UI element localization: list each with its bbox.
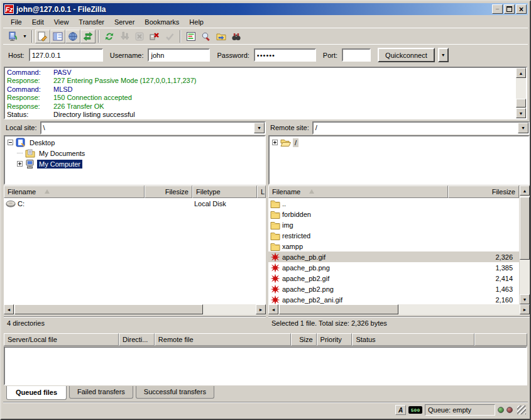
queue-column-status[interactable]: Status [352, 333, 474, 346]
maximize-button[interactable] [504, 4, 515, 14]
tab-failed-transfers[interactable]: Failed transfers [69, 386, 133, 399]
file-row[interactable]: apache_pb.png1,385 [268, 262, 519, 273]
menu-edit[interactable]: Edit [27, 17, 49, 27]
file-row[interactable]: apache_pb2.gif2,414 [268, 273, 519, 284]
queue-column-blank[interactable] [474, 333, 527, 346]
close-button[interactable] [516, 4, 527, 14]
queue-column-server-local-file[interactable]: Server/Local file [4, 333, 119, 346]
log-line-label: Response: [7, 77, 53, 85]
password-label: Password: [217, 52, 249, 59]
column-header-filesize[interactable]: Filesize [448, 185, 519, 198]
site-manager-dropdown-button[interactable] [21, 30, 29, 43]
cancel-button[interactable] [132, 30, 147, 43]
process-queue-button[interactable] [117, 30, 132, 43]
queue-column-size[interactable]: Size [291, 333, 317, 346]
file-row[interactable]: xampp [268, 241, 519, 251]
tree-item[interactable]: Desktop [5, 137, 265, 148]
ok-button[interactable] [162, 30, 177, 43]
local-site-dropdown-button[interactable] [254, 123, 265, 133]
expander-minus-icon[interactable] [8, 140, 13, 145]
toggle-message-log-button[interactable] [35, 30, 50, 43]
host-input[interactable] [29, 48, 103, 62]
column-header-filename[interactable]: Filename [268, 185, 448, 198]
remote-list-hscrollbar[interactable] [268, 304, 530, 315]
file-row[interactable]: apache_pb2.png1,463 [268, 284, 519, 294]
menu-bookmarks[interactable]: Bookmarks [140, 17, 184, 27]
titlebar[interactable]: Fz john@127.0.0.1 - FileZilla [3, 3, 528, 15]
scroll-right-icon[interactable] [256, 304, 266, 314]
port-input[interactable] [342, 48, 371, 62]
resize-grip[interactable] [517, 406, 526, 414]
scroll-thumb[interactable] [279, 304, 398, 314]
speed-limit-badge[interactable]: 500 [408, 406, 422, 414]
menu-view[interactable]: View [49, 17, 74, 27]
synchronized-browsing-button[interactable] [214, 30, 229, 43]
scroll-thumb[interactable] [516, 99, 526, 108]
file-row[interactable]: .. [268, 198, 519, 209]
tree-item[interactable]: / [270, 137, 528, 148]
column-header-filename[interactable]: Filename [4, 185, 145, 198]
queue-column-priority[interactable]: Priority [317, 333, 353, 346]
toggle-remote-tree-button[interactable] [65, 30, 80, 43]
menu-help[interactable]: Help [184, 17, 209, 27]
tree-item[interactable]: My Computer [5, 158, 265, 169]
remote-list-vscrollbar[interactable] [520, 185, 530, 304]
scroll-down-icon[interactable] [520, 294, 530, 304]
scroll-up-icon[interactable] [516, 68, 526, 78]
password-input[interactable] [254, 48, 316, 62]
quickconnect-button[interactable]: Quickconnect [378, 48, 435, 62]
menu-transfer[interactable]: Transfer [74, 17, 109, 27]
refresh-button[interactable] [102, 30, 117, 43]
message-log: Command:PASVResponse:227 Entering Passiv… [4, 67, 527, 119]
file-row[interactable]: forbidden [268, 209, 519, 219]
file-name: xampp [282, 243, 303, 250]
log-line: Response:150 Connection accepted [7, 94, 515, 102]
expander-plus-icon[interactable] [272, 140, 278, 145]
log-line: Response:227 Entering Passive Mode (127,… [7, 77, 515, 85]
queue-column-directi-[interactable]: Directi... [119, 333, 155, 346]
remote-site-bar: Remote site: / [268, 121, 530, 135]
minimize-button[interactable] [492, 4, 503, 14]
scroll-thumb[interactable] [520, 197, 530, 260]
datatype-indicator-icon[interactable]: A [395, 405, 406, 415]
remote-site-combo[interactable]: / [312, 121, 530, 135]
file-row[interactable]: C:Local Disk [4, 198, 266, 209]
scroll-down-icon[interactable] [516, 108, 526, 118]
tree-item[interactable]: My Documents [5, 148, 265, 158]
local-list-hscrollbar[interactable] [4, 304, 266, 315]
log-line: Response:226 Transfer OK [7, 102, 515, 111]
disconnect-button[interactable] [147, 30, 162, 43]
quickconnect-dropdown-button[interactable]: ▼ [438, 48, 449, 62]
tab-queued-files[interactable]: Queued files [6, 386, 67, 400]
scroll-left-icon[interactable] [268, 304, 278, 314]
menu-bar: FileEditViewTransferServerBookmarksHelp [3, 16, 528, 28]
remote-site-dropdown-button[interactable] [518, 123, 528, 133]
queue-column-remote-file[interactable]: Remote file [155, 333, 291, 346]
toggle-transfer-queue-button[interactable] [80, 30, 96, 43]
file-row[interactable]: restricted [268, 230, 519, 241]
filter-button[interactable] [199, 30, 214, 43]
file-row[interactable]: img [268, 219, 519, 230]
queue-size-field: Queue: empty [425, 404, 495, 416]
scroll-right-icon[interactable] [520, 304, 530, 314]
username-input[interactable] [148, 48, 210, 62]
directory-comparison-button[interactable] [183, 30, 199, 43]
file-name: apache_pb.png [282, 264, 330, 272]
scroll-thumb[interactable] [14, 304, 203, 314]
menu-file[interactable]: File [6, 17, 27, 27]
file-row[interactable]: apache_pb2_ani.gif2,160 [268, 294, 519, 304]
menu-server[interactable]: Server [109, 17, 140, 27]
scroll-up-icon[interactable] [520, 185, 530, 196]
expander-plus-icon[interactable] [17, 161, 23, 167]
toggle-local-tree-button[interactable] [50, 30, 65, 43]
file-row[interactable]: apache_pb.gif2,326 [268, 251, 519, 262]
column-header-filesize[interactable]: Filesize [145, 185, 192, 198]
column-header-l[interactable]: L [257, 185, 266, 198]
tab-successful-transfers[interactable]: Successful transfers [136, 386, 214, 399]
find-files-button[interactable] [229, 30, 244, 43]
scroll-left-icon[interactable] [4, 304, 14, 314]
site-manager-button[interactable] [6, 30, 21, 43]
message-log-vscrollbar[interactable] [516, 68, 526, 118]
local-site-combo[interactable]: \ [40, 121, 266, 135]
column-header-filetype[interactable]: Filetype [192, 185, 257, 198]
